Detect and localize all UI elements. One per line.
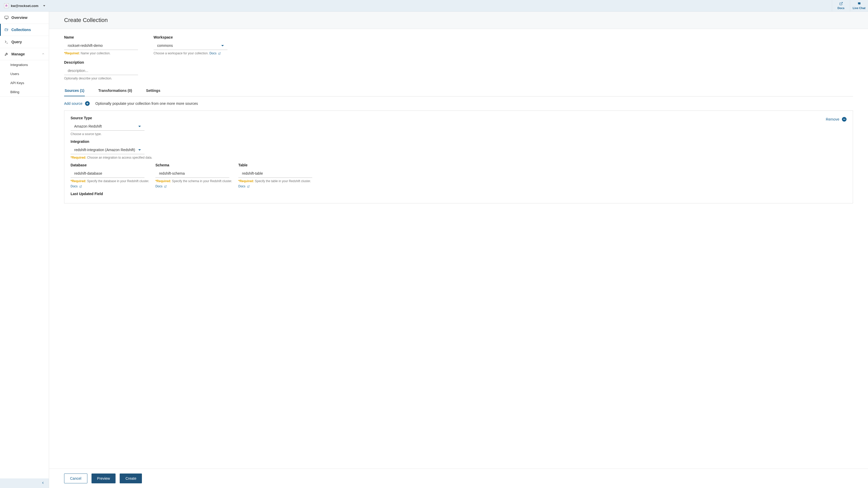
chevron-down-icon	[43, 5, 45, 6]
required-marker: *Required:	[64, 52, 80, 55]
chevron-left-icon	[41, 481, 45, 485]
description-label: Description	[64, 60, 853, 64]
terminal-icon	[4, 39, 9, 44]
sidebar-item-label: Collections	[11, 28, 31, 32]
minus-circle-icon: −	[842, 117, 846, 122]
required-marker: *Required:	[70, 179, 86, 183]
svg-line-5	[219, 53, 220, 54]
source-box: Source Type Amazon Redshift Choose a sou…	[64, 111, 853, 203]
external-link-icon	[164, 184, 167, 188]
database-input[interactable]	[70, 169, 145, 178]
svg-rect-1	[5, 16, 8, 18]
external-link-icon	[839, 2, 843, 6]
tab-sources[interactable]: Sources (1)	[64, 85, 85, 96]
svg-line-6	[81, 185, 82, 187]
sidebar-item-query[interactable]: Query	[0, 36, 49, 48]
tab-settings[interactable]: Settings	[146, 85, 161, 96]
required-marker: *Required:	[155, 179, 171, 183]
add-source-label: Add source	[64, 102, 83, 106]
logo-icon: R	[4, 3, 9, 8]
database-docs-link[interactable]: Docs	[70, 184, 82, 188]
required-marker: *Required:	[238, 179, 254, 183]
sidebar-item-manage[interactable]: Manage	[0, 48, 49, 60]
sidebar-collapse-button[interactable]	[0, 479, 49, 488]
sourcetype-label: Source Type	[70, 116, 145, 120]
page-title: Create Collection	[64, 17, 853, 24]
schema-input[interactable]	[155, 169, 229, 178]
sidebar-item-overview[interactable]: Overview	[0, 12, 49, 24]
monitor-icon	[4, 15, 9, 20]
wrench-icon	[4, 52, 9, 56]
add-source-button[interactable]: Add source +	[64, 101, 90, 106]
description-help: Optionally describe your collection.	[64, 77, 112, 80]
sidebar-item-collections[interactable]: Collections	[0, 24, 49, 36]
sourcetype-value: Amazon Redshift	[74, 124, 102, 128]
livechat-link[interactable]: Live Chat	[850, 0, 868, 11]
name-help: Name your collection.	[81, 52, 111, 55]
docs-label: Docs	[837, 6, 844, 9]
folders-icon	[4, 27, 9, 32]
svg-line-7	[165, 185, 166, 187]
name-label: Name	[64, 35, 138, 39]
sidebar-item-label: Query	[11, 40, 22, 44]
plus-circle-icon: +	[85, 101, 90, 106]
chevron-down-icon	[138, 126, 141, 127]
lastupdated-label: Last Updated Field	[70, 192, 846, 196]
sidebar-subitem-users[interactable]: Users	[0, 69, 49, 78]
external-link-icon	[80, 184, 82, 188]
sidebar-subitem-integrations[interactable]: Integrations	[0, 60, 49, 69]
livechat-label: Live Chat	[853, 6, 866, 9]
create-button[interactable]: Create	[120, 473, 142, 483]
svg-line-0	[841, 2, 842, 4]
remove-source-button[interactable]: Remove −	[826, 117, 846, 122]
external-link-icon	[247, 184, 250, 188]
sidebar: Overview Collections Query Manage	[0, 12, 49, 488]
workspace-value: commons	[157, 44, 173, 48]
required-marker: *Required:	[70, 156, 86, 160]
chevron-down-icon	[138, 149, 141, 151]
docs-link[interactable]: Docs	[832, 0, 850, 11]
cancel-button[interactable]: Cancel	[64, 473, 87, 483]
add-source-hint: Optionally populate your collection from…	[95, 102, 198, 106]
sidebar-subitem-billing[interactable]: Billing	[0, 87, 49, 96]
schema-help: Specify the schema in your Redshift clus…	[172, 179, 232, 183]
schema-docs-link[interactable]: Docs	[155, 184, 167, 188]
database-label: Database	[70, 163, 149, 167]
integration-help: Choose an integration to access specifie…	[87, 156, 152, 160]
sourcetype-help: Choose a source type.	[70, 132, 101, 136]
account-switcher[interactable]: R kw@rockset.com	[0, 0, 50, 11]
table-docs-link[interactable]: Docs	[238, 184, 250, 188]
chat-icon	[858, 2, 861, 6]
preview-button[interactable]: Preview	[92, 473, 116, 483]
table-input[interactable]	[238, 169, 312, 178]
table-label: Table	[238, 163, 312, 167]
chevron-down-icon	[221, 45, 224, 46]
workspace-docs-link[interactable]: Docs	[209, 52, 221, 55]
workspace-help: Choose a workspace for your collection.	[154, 52, 209, 55]
description-input[interactable]	[64, 66, 138, 75]
workspace-label: Workspace	[154, 35, 227, 39]
sidebar-item-label: Manage	[11, 52, 25, 56]
tab-transformations[interactable]: Transformations (0)	[98, 85, 133, 96]
svg-line-8	[248, 185, 249, 187]
sidebar-item-label: Overview	[11, 16, 27, 20]
database-help: Specify the database in your Redshift cl…	[87, 179, 149, 183]
integration-select[interactable]: redshift-integration (Amazon Redshift)	[70, 146, 145, 154]
external-link-icon	[218, 52, 221, 55]
account-email: kw@rockset.com	[11, 4, 38, 8]
sourcetype-select[interactable]: Amazon Redshift	[70, 122, 145, 131]
integration-value: redshift-integration (Amazon Redshift)	[74, 148, 135, 152]
integration-label: Integration	[70, 140, 846, 144]
table-help: Specify the table in your Redshift clust…	[255, 179, 311, 183]
sidebar-subitem-apikeys[interactable]: API Keys	[0, 78, 49, 87]
workspace-select[interactable]: commons	[154, 41, 227, 50]
chevron-up-icon	[42, 52, 45, 56]
remove-label: Remove	[826, 117, 839, 121]
name-input[interactable]	[64, 41, 138, 50]
schema-label: Schema	[155, 163, 232, 167]
